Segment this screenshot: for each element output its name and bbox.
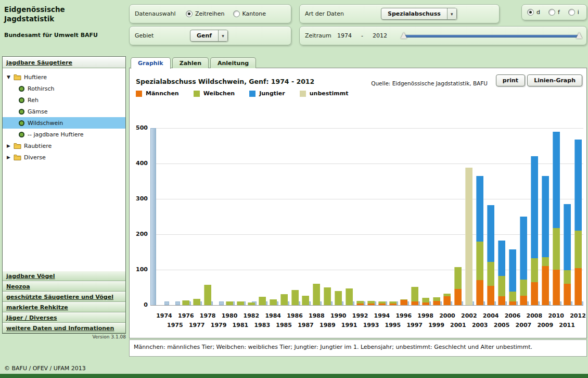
slider-track[interactable] bbox=[403, 35, 580, 37]
bar-segment-jungtier bbox=[520, 217, 527, 280]
datenauswahl-label: Datenauswahl bbox=[135, 10, 186, 17]
tree-item-reh[interactable]: Reh bbox=[3, 94, 125, 106]
line-graph-button[interactable]: Linien-Graph bbox=[527, 74, 582, 86]
x-axis-label: 2000 bbox=[436, 312, 458, 319]
x-axis-label: 2001 bbox=[447, 322, 469, 329]
tree-item-jagdbare-huftiere[interactable]: -- jagdbare Huftiere bbox=[3, 129, 125, 140]
bar-segment-männchen bbox=[367, 304, 375, 305]
radio-zeitreihen[interactable] bbox=[186, 10, 193, 17]
tree-folder-raubtiere[interactable]: ▶Raubtiere bbox=[3, 140, 125, 152]
tree-item-label: Gämse bbox=[28, 108, 47, 115]
bar-segment-weibchen bbox=[367, 301, 375, 304]
sidebar-section-weitere-daten-und-informationen[interactable]: weitere Daten und Informationen bbox=[3, 323, 125, 333]
y-axis-label: 500 bbox=[131, 124, 148, 131]
bar-segment-jungtier bbox=[574, 140, 582, 231]
axis-nub bbox=[175, 301, 180, 305]
bar-segment-weibchen bbox=[564, 270, 571, 284]
zeitraum-slider[interactable] bbox=[402, 31, 581, 41]
sidebar-section-jagdbare-saeugetiere[interactable]: jagdbare Säugetiere bbox=[3, 57, 125, 68]
gebiet-panel: Gebiet Genf ▾ bbox=[129, 26, 291, 45]
tree-item-wildschwein[interactable]: Wildschwein bbox=[3, 117, 125, 129]
x-axis-label: 1985 bbox=[273, 322, 295, 329]
copyright: © BAFU / OFEV / UFAM 2013 bbox=[4, 365, 86, 372]
gebiet-select[interactable]: Genf ▾ bbox=[190, 30, 228, 42]
slider-handle-right[interactable] bbox=[576, 32, 582, 39]
legend-label: unbestimmt bbox=[310, 90, 349, 97]
tree-folder-diverse[interactable]: ▶Diverse bbox=[3, 152, 125, 163]
x-axis-label: 1979 bbox=[208, 322, 229, 329]
tree-folder-huftiere[interactable]: ▼Huftiere bbox=[3, 71, 125, 83]
language-panel: d f i bbox=[521, 4, 587, 20]
x-axis-label: 1994 bbox=[371, 312, 393, 319]
zeitraum-separator: - bbox=[361, 32, 363, 39]
species-bullet-icon bbox=[19, 97, 24, 103]
bar-segment-weibchen bbox=[270, 299, 277, 305]
tab-anleitung[interactable]: Anleitung bbox=[210, 57, 256, 68]
tree-item-rothirsch[interactable]: Rothirsch bbox=[3, 83, 125, 94]
bar-segment-weibchen bbox=[422, 298, 429, 302]
bar-segment-weibchen bbox=[302, 296, 309, 305]
bar-segment-weibchen bbox=[248, 303, 255, 305]
radio-language-d[interactable] bbox=[527, 9, 534, 16]
folder-icon bbox=[14, 154, 21, 160]
x-axis-label: 1983 bbox=[251, 322, 273, 329]
zeitraum-label: Zeitraum bbox=[305, 32, 337, 39]
x-axis-label: 2008 bbox=[523, 312, 545, 319]
x-axis-label: 1987 bbox=[295, 322, 316, 329]
jagdstatistik-app: Eidgenössische Jagdstatistik Bundesamt f… bbox=[0, 0, 588, 378]
bar-segment-weibchen bbox=[324, 287, 331, 305]
tab-zahlen[interactable]: Zahlen bbox=[172, 57, 209, 68]
legend-label: Weibchen bbox=[203, 90, 235, 97]
art-der-daten-panel: Art der Daten Spezialabschuss ▾ bbox=[299, 4, 500, 23]
tree-item-label: Wildschwein bbox=[28, 120, 63, 127]
tab-label: Zahlen bbox=[180, 60, 201, 67]
bar-segment-weibchen bbox=[378, 301, 386, 304]
legend-item-männchen: Männchen bbox=[136, 90, 179, 97]
gridline bbox=[150, 163, 583, 164]
sidebar-section-jäger-diverses[interactable]: Jäger / Diverses bbox=[3, 312, 125, 323]
x-axis-label: 1998 bbox=[415, 312, 437, 319]
x-axis-label: 2011 bbox=[556, 322, 578, 329]
bar-segment-weibchen bbox=[520, 280, 527, 296]
chevron-right-icon[interactable]: ▶ bbox=[7, 143, 14, 148]
x-axis-label: 2006 bbox=[502, 312, 523, 319]
app-title: Eidgenössische Jagdstatistik bbox=[4, 5, 98, 23]
sidebar-section-geschützte-säugetiere-und-vögel[interactable]: geschützte Säugetiere und Vögel bbox=[3, 292, 125, 302]
tab-label: Graphik bbox=[138, 60, 163, 67]
tab-graphik[interactable]: Graphik bbox=[131, 57, 171, 69]
tree-item-label: Rothirsch bbox=[28, 85, 55, 92]
bar-segment-weibchen bbox=[389, 301, 397, 304]
gridline bbox=[150, 128, 583, 129]
chart-title: Spezialabschuss Wildschwein, Genf: 1974 … bbox=[136, 78, 314, 85]
legend-item-jungtier: Jungtier bbox=[249, 90, 285, 97]
sidebar-section-markierte-rehkitze[interactable]: markierte Rehkitze bbox=[3, 302, 125, 312]
axis-nub bbox=[219, 301, 224, 305]
radio-kantone[interactable] bbox=[233, 10, 240, 17]
app-title-line1: Eidgenössische bbox=[4, 5, 98, 15]
x-axis-label: 1974 bbox=[153, 312, 175, 319]
tree-item-gämse[interactable]: Gämse bbox=[3, 106, 125, 117]
art-der-daten-select[interactable]: Spezialabschuss ▾ bbox=[381, 8, 457, 20]
x-axis-label: 2004 bbox=[480, 312, 502, 319]
tree-item-label: Reh bbox=[28, 97, 39, 104]
chevron-down-icon[interactable]: ▼ bbox=[7, 74, 14, 80]
bar-segment-männchen bbox=[574, 268, 582, 305]
language-d-label: d bbox=[536, 9, 540, 16]
radio-language-f[interactable] bbox=[548, 9, 555, 16]
chevron-right-icon[interactable]: ▶ bbox=[7, 155, 14, 160]
zeitraum-panel: Zeitraum 1974 - 2012 bbox=[299, 26, 587, 45]
bar-segment-weibchen bbox=[433, 297, 440, 301]
sidebar-section-jagdbare-vögel[interactable]: jagdbare Vögel bbox=[3, 271, 125, 281]
bar-segment-unbestimmt bbox=[465, 168, 472, 305]
bar-segment-männchen bbox=[400, 300, 407, 305]
bar-segment-weibchen bbox=[509, 292, 516, 301]
zeitraum-to: 2012 bbox=[373, 32, 387, 39]
slider-handle-left[interactable] bbox=[401, 32, 407, 39]
print-button[interactable]: print bbox=[496, 74, 525, 86]
x-axis-label: 1989 bbox=[316, 322, 338, 329]
radio-language-i[interactable] bbox=[568, 9, 575, 16]
gridline bbox=[150, 270, 583, 270]
sidebar-section-neozoa[interactable]: Neozoa bbox=[3, 281, 125, 292]
language-i-label: i bbox=[578, 9, 579, 16]
x-axis-label: 1993 bbox=[360, 322, 382, 329]
